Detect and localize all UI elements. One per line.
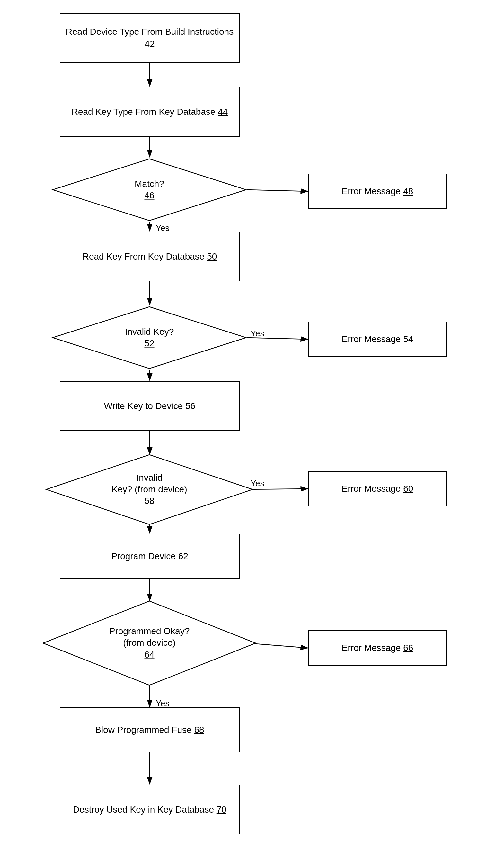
box-read-key-type: Read Key Type From Key Database 44 [60, 87, 240, 137]
error-box-60: Error Message 60 [308, 471, 447, 507]
box4-num: 56 [185, 401, 195, 411]
box5-label: Program Device 62 [111, 550, 188, 562]
diamond2-text: Invalid Key?52 [86, 326, 213, 349]
box-destroy-key: Destroy Used Key in Key Database 70 [60, 785, 240, 835]
box1-label: Read Device Type From Build Instructions… [65, 26, 234, 50]
svg-line-4 [247, 190, 308, 191]
diamond1-shape: Match?46 [51, 157, 247, 222]
error54-label: Error Message 54 [342, 333, 413, 345]
svg-text:Yes: Yes [156, 699, 169, 708]
diamond3-shape: InvalidKey? (from device)58 [45, 453, 254, 526]
error48-num: 48 [403, 186, 413, 196]
box-program-device: Program Device 62 [60, 534, 240, 579]
error66-label: Error Message 66 [342, 642, 413, 654]
box-read-device-type: Read Device Type From Build Instructions… [60, 13, 240, 63]
box7-label: Destroy Used Key in Key Database 70 [73, 804, 227, 816]
error54-num: 54 [403, 334, 413, 344]
error48-label: Error Message 48 [342, 185, 413, 198]
box3-num: 50 [207, 252, 217, 261]
flowchart: Yes Yes Yes Yes Read Device Type From Bu… [0, 0, 504, 856]
error66-num: 66 [403, 643, 413, 653]
box5-num: 62 [178, 551, 188, 561]
box4-label: Write Key to Device 56 [104, 400, 195, 412]
box6-label: Blow Programmed Fuse 68 [95, 724, 204, 736]
svg-line-7 [247, 338, 308, 339]
box3-label: Read Key From Key Database 50 [83, 251, 217, 263]
svg-text:Yes: Yes [251, 329, 264, 338]
error60-num: 60 [403, 484, 413, 494]
diamond-programmed-okay: Programmed Okay?(from device)64 [42, 600, 257, 687]
svg-line-10 [247, 489, 308, 490]
error-box-66: Error Message 66 [308, 630, 447, 666]
box-read-key: Read Key From Key Database 50 [60, 232, 240, 281]
box-write-key: Write Key to Device 56 [60, 381, 240, 431]
box1-num: 42 [145, 39, 155, 49]
diamond-invalid-key: Invalid Key?52 [51, 306, 247, 370]
diamond4-shape: Programmed Okay?(from device)64 [42, 600, 257, 687]
diamond-match: Match?46 [51, 157, 247, 222]
diamond2-shape: Invalid Key?52 [51, 306, 247, 370]
diamond-invalid-key-device: InvalidKey? (from device)58 [45, 453, 254, 526]
error60-label: Error Message 60 [342, 483, 413, 495]
diamond3-text: InvalidKey? (from device)58 [82, 472, 217, 507]
box2-num: 44 [218, 107, 228, 117]
box6-num: 68 [194, 725, 204, 735]
diamond4-text: Programmed Okay?(from device)64 [79, 626, 219, 661]
box-blow-fuse: Blow Programmed Fuse 68 [60, 707, 240, 752]
box7-num: 70 [216, 805, 227, 815]
diamond1-text: Match?46 [86, 178, 213, 202]
error-box-48: Error Message 48 [308, 174, 447, 209]
error-box-54: Error Message 54 [308, 322, 447, 357]
box2-label: Read Key Type From Key Database 44 [72, 106, 228, 118]
